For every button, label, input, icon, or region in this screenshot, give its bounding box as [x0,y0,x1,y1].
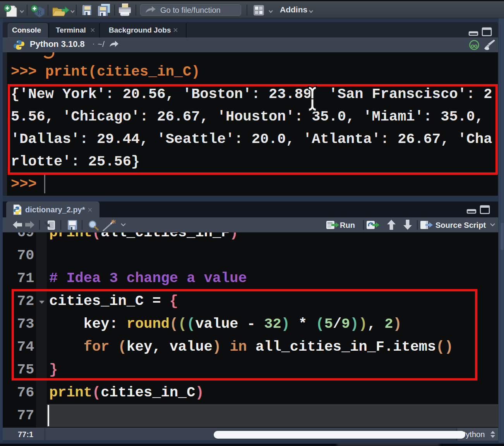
svg-text:R: R [37,9,42,16]
